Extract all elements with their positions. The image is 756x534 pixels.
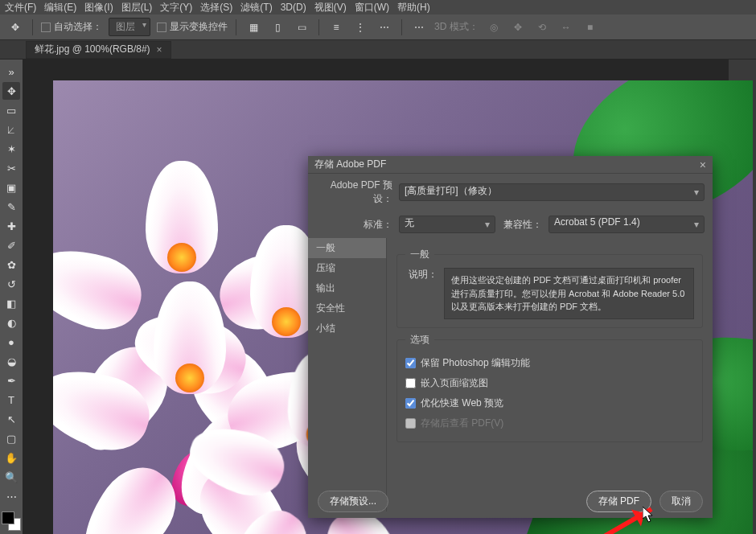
- menu-3d[interactable]: 3D(D): [281, 2, 306, 13]
- distribute-icon[interactable]: ⋯: [376, 18, 393, 36]
- preset-row: Adobe PDF 预设： [高质量打印]（修改）: [308, 174, 713, 211]
- separator: [32, 19, 33, 35]
- close-tab-icon[interactable]: ×: [157, 44, 162, 55]
- mode3d-label: 3D 模式：: [434, 20, 479, 34]
- document-tabs: 鲜花.jpg @ 100%(RGB/8#) ×: [0, 40, 756, 60]
- menu-type[interactable]: 文字(Y): [160, 1, 192, 14]
- flower: [117, 306, 262, 450]
- auto-select-check[interactable]: 自动选择：: [41, 20, 102, 34]
- tool-pen-icon[interactable]: ✒: [2, 372, 20, 389]
- tool-history-icon[interactable]: ↺: [2, 275, 20, 293]
- cancel-button[interactable]: 取消: [659, 491, 703, 512]
- tool-crop-icon[interactable]: ✂: [2, 159, 20, 177]
- document-tab-label: 鲜花.jpg @ 100%(RGB/8#): [35, 43, 150, 56]
- general-group: 一般 说明： 使用这些设定创建的 PDF 文档可通过桌面打印机和 proofer…: [396, 248, 703, 328]
- auto-select-label: 自动选择：: [54, 21, 102, 32]
- separator: [318, 19, 319, 35]
- tool-zoom-icon[interactable]: 🔍: [2, 468, 20, 486]
- tool-marquee-icon[interactable]: ▭: [2, 101, 20, 119]
- sidenav-security[interactable]: 安全性: [308, 298, 386, 318]
- move-tool-icon[interactable]: ✥: [6, 18, 24, 36]
- opt-fast-web[interactable]: 优化快速 Web 预览: [405, 393, 694, 413]
- menu-filter[interactable]: 滤镜(T): [240, 1, 272, 14]
- camera-icon[interactable]: ■: [581, 18, 599, 36]
- distribute-icon[interactable]: ≡: [327, 18, 345, 36]
- auto-select-target[interactable]: 图层: [109, 18, 150, 36]
- tool-eyedropper-icon[interactable]: ✎: [2, 198, 20, 216]
- tool-lasso-icon[interactable]: ⟀: [2, 121, 20, 138]
- color-swatches[interactable]: [2, 511, 21, 531]
- show-transform-label: 显示变换控件: [170, 21, 228, 32]
- tools-panel: » ✥ ▭ ⟀ ✶ ✂ ▣ ✎ ✚ ✐ ✿ ↺ ◧ ◐ ● ◒ ✒ T ↖ ▢ …: [0, 60, 23, 534]
- dialog-titlebar[interactable]: 存储 Adobe PDF ×: [308, 156, 713, 174]
- show-transform-check[interactable]: 显示变换控件: [157, 20, 228, 34]
- dialog-title: 存储 Adobe PDF: [314, 158, 386, 171]
- tool-editbar-icon[interactable]: ⋯: [2, 487, 20, 505]
- save-adobe-pdf-dialog: 存储 Adobe PDF × Adobe PDF 预设： [高质量打印]（修改）…: [308, 156, 713, 518]
- options-group: 选项 保留 Photoshop 编辑功能 嵌入页面缩览图 优化快速 Web 预览: [396, 333, 703, 442]
- tool-brush-icon[interactable]: ✐: [2, 236, 20, 254]
- opt-view-after-save: 存储后查看 PDF(V): [405, 413, 694, 433]
- compat-select[interactable]: Acrobat 5 (PDF 1.4): [549, 216, 705, 233]
- tool-eraser-icon[interactable]: ◧: [2, 294, 20, 312]
- dialog-content: 一般 说明： 使用这些设定创建的 PDF 文档可通过桌面打印机和 proofer…: [387, 238, 713, 511]
- tool-blur-icon[interactable]: ●: [2, 333, 20, 351]
- options-heading: 选项: [405, 333, 434, 347]
- tool-arrow-icon[interactable]: »: [2, 63, 20, 80]
- opt-fast-web-label: 优化快速 Web 预览: [421, 396, 503, 410]
- save-preset-button[interactable]: 存储预设...: [318, 491, 388, 512]
- menu-file[interactable]: 文件(F): [5, 1, 36, 14]
- opt-preserve-editing-checkbox[interactable]: [405, 358, 416, 368]
- preset-label: Adobe PDF 预设：: [316, 179, 392, 206]
- menu-select[interactable]: 选择(S): [200, 1, 232, 14]
- orbit-icon[interactable]: ◎: [485, 18, 503, 36]
- opt-embed-thumbnails-checkbox[interactable]: [405, 378, 416, 388]
- menu-window[interactable]: 窗口(W): [355, 1, 389, 14]
- description-label: 说明：: [405, 268, 438, 319]
- tool-stamp-icon[interactable]: ✿: [2, 256, 20, 273]
- options-bar: ✥ 自动选择： 图层 显示变换控件 ▦ ▯ ▭ ≡ ⋮ ⋯ ⋯ 3D 模式： ◎…: [0, 14, 756, 40]
- distribute-icon[interactable]: ⋮: [351, 18, 369, 36]
- dialog-sidenav: 一般 压缩 输出 安全性 小结: [308, 238, 387, 511]
- opt-embed-thumbnails-label: 嵌入页面缩览图: [421, 376, 488, 390]
- sidenav-summary[interactable]: 小结: [308, 318, 386, 339]
- tool-shape-icon[interactable]: ▢: [2, 429, 20, 447]
- menu-view[interactable]: 视图(V): [314, 1, 347, 14]
- tool-quickselect-icon[interactable]: ✶: [2, 140, 20, 158]
- sidenav-output[interactable]: 输出: [308, 278, 386, 298]
- menu-image[interactable]: 图像(I): [84, 1, 113, 14]
- standard-label: 标准：: [316, 218, 392, 232]
- align-icon[interactable]: ▦: [244, 18, 262, 36]
- compat-label: 兼容性：: [502, 218, 542, 232]
- tool-dodge-icon[interactable]: ◒: [2, 352, 20, 370]
- separator: [236, 19, 236, 35]
- pan-icon[interactable]: ✥: [509, 18, 527, 36]
- more-icon[interactable]: ⋯: [410, 18, 428, 36]
- tool-frame-icon[interactable]: ▣: [2, 179, 20, 196]
- preset-select[interactable]: [高质量打印]（修改）: [399, 183, 705, 201]
- sidenav-general[interactable]: 一般: [308, 238, 386, 258]
- tool-hand-icon[interactable]: ✋: [2, 449, 20, 466]
- menu-help[interactable]: 帮助(H): [397, 1, 430, 14]
- slide-icon[interactable]: ↔: [557, 18, 575, 36]
- align-icon[interactable]: ▭: [293, 18, 310, 36]
- menu-edit[interactable]: 编辑(E): [44, 1, 76, 14]
- menu-layer[interactable]: 图层(L): [121, 1, 153, 14]
- tool-gradient-icon[interactable]: ◐: [2, 314, 20, 331]
- opt-fast-web-checkbox[interactable]: [405, 398, 416, 409]
- opt-view-after-save-checkbox: [405, 418, 416, 429]
- opt-preserve-editing[interactable]: 保留 Photoshop 编辑功能: [405, 353, 694, 373]
- tool-heal-icon[interactable]: ✚: [2, 217, 20, 235]
- close-icon[interactable]: ×: [700, 158, 706, 171]
- foreground-color-swatch[interactable]: [2, 511, 14, 524]
- opt-embed-thumbnails[interactable]: 嵌入页面缩览图: [405, 373, 694, 393]
- standard-select[interactable]: 无: [399, 216, 495, 233]
- dolly-icon[interactable]: ⟲: [533, 18, 551, 36]
- tool-type-icon[interactable]: T: [2, 391, 20, 409]
- menubar: 文件(F) 编辑(E) 图像(I) 图层(L) 文字(Y) 选择(S) 滤镜(T…: [0, 0, 756, 14]
- align-icon[interactable]: ▯: [269, 18, 286, 36]
- document-tab[interactable]: 鲜花.jpg @ 100%(RGB/8#) ×: [26, 41, 171, 59]
- tool-move-icon[interactable]: ✥: [2, 82, 20, 100]
- sidenav-compression[interactable]: 压缩: [308, 258, 386, 278]
- tool-path-icon[interactable]: ↖: [2, 410, 20, 428]
